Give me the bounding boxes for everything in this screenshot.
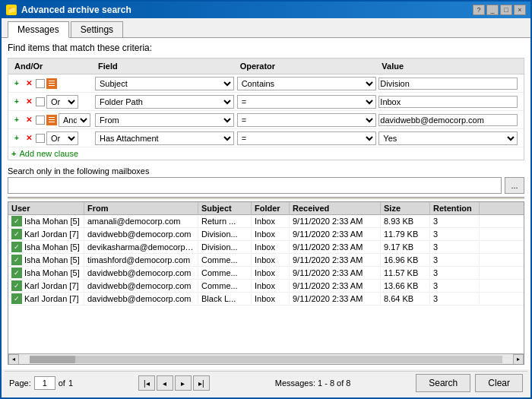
- result-from-cell: amanali@democorp.com: [84, 216, 198, 226]
- row-2-andor-select[interactable]: Or And: [46, 95, 78, 109]
- row-1-op-select[interactable]: Contains = !=: [237, 77, 376, 90]
- check-icon: ✓: [11, 242, 22, 252]
- horizontal-scrollbar[interactable]: ◂ ▸: [8, 353, 524, 364]
- result-folder-cell: Inbox: [252, 280, 290, 291]
- result-subject-cell: Return ...: [198, 216, 252, 226]
- table-row[interactable]: ✓ Isha Mohan [5] devikasharma@democorp.c…: [8, 241, 524, 254]
- table-row[interactable]: ✓ Karl Jordan [7] davidwebb@democorp.com…: [8, 293, 524, 306]
- row-3-op-select[interactable]: Contains = !=: [237, 113, 376, 127]
- row-1-value-cell: [378, 78, 521, 90]
- row-4-remove-btn[interactable]: ✕: [24, 133, 34, 144]
- row-1-controls: + ✕: [11, 78, 95, 89]
- row-3-remove-btn[interactable]: ✕: [24, 115, 34, 125]
- row-2-field-select[interactable]: Subject Folder Path From Has Attachment: [95, 95, 234, 109]
- tab-settings[interactable]: Settings: [71, 21, 123, 37]
- page-number-input[interactable]: [34, 376, 55, 390]
- row-3-checkbox[interactable]: [36, 116, 45, 125]
- header-andor: And/Or: [11, 60, 95, 72]
- tab-messages[interactable]: Messages: [8, 21, 69, 38]
- add-clause-row[interactable]: + Add new clause: [8, 147, 524, 160]
- row-3-field-select[interactable]: Subject Folder Path From Has Attachment: [95, 113, 234, 127]
- result-subject-cell: Comme...: [198, 255, 252, 265]
- row-3-bars-btn[interactable]: [46, 115, 57, 125]
- last-page-btn[interactable]: ▸|: [193, 375, 210, 391]
- row-1-value-input[interactable]: [378, 78, 518, 90]
- first-page-btn[interactable]: |◂: [138, 375, 155, 391]
- scroll-left-btn[interactable]: ◂: [8, 354, 19, 365]
- row-2-value-cell: [378, 96, 521, 108]
- result-retention-cell: 3: [430, 255, 480, 265]
- header-operator: Operator: [237, 60, 379, 72]
- mailboxes-label: Search only in the following mailboxes: [8, 166, 524, 176]
- check-icon: ✓: [11, 280, 22, 291]
- table-row[interactable]: ✓ Isha Mohan [5] davidwebb@democorp.com …: [8, 267, 524, 280]
- result-user: Isha Mohan [5]: [24, 255, 80, 264]
- row-4-andor-select[interactable]: And Or: [46, 131, 78, 145]
- table-row[interactable]: ✓ Karl Jordan [7] davidwebb@democorp.com…: [8, 228, 524, 241]
- row-2-value-input[interactable]: [378, 96, 518, 108]
- result-user: Karl Jordan [7]: [24, 230, 79, 239]
- scroll-right-btn[interactable]: ▸: [513, 354, 524, 365]
- result-folder-cell: Inbox: [252, 293, 290, 304]
- result-retention-cell: 3: [430, 229, 480, 239]
- result-received-cell: 9/11/2020 2:33 AM: [290, 280, 381, 291]
- row-2-checkbox[interactable]: [36, 97, 45, 106]
- result-user-cell: ✓ Karl Jordan [7]: [8, 293, 84, 305]
- row-3-andor-select[interactable]: And Or: [59, 113, 90, 127]
- result-user-cell: ✓ Karl Jordan [7]: [8, 280, 84, 292]
- row-1-field-cell: Subject Folder Path From Has Attachment: [95, 77, 237, 90]
- row-3-value-input[interactable]: [378, 114, 518, 126]
- of-label: of: [59, 378, 65, 388]
- mailboxes-browse-btn[interactable]: ...: [505, 177, 524, 194]
- result-size-cell: 9.17 KB: [381, 242, 430, 252]
- row-2-op-cell: Contains = !=: [237, 95, 379, 109]
- find-criteria-label: Find items that match these criteria:: [8, 43, 524, 53]
- prev-page-btn[interactable]: ◂: [157, 375, 173, 391]
- col-header-subject: Subject: [198, 202, 252, 214]
- window-title: Advanced archive search: [21, 5, 131, 15]
- help-button[interactable]: ?: [473, 5, 485, 15]
- maximize-button[interactable]: □: [500, 5, 512, 15]
- table-row[interactable]: ✓ Isha Mohan [5] amanali@democorp.com Re…: [8, 215, 524, 228]
- row-4-op-cell: Contains = !=: [237, 131, 379, 145]
- result-folder-cell: Inbox: [252, 255, 290, 265]
- result-size-cell: 11.57 KB: [381, 268, 430, 278]
- scrollbar-thumb[interactable]: [30, 356, 75, 363]
- result-size-cell: 16.96 KB: [381, 255, 430, 265]
- table-row[interactable]: ✓ Karl Jordan [7] davidwebb@democorp.com…: [8, 280, 524, 293]
- next-page-btn[interactable]: ▸: [175, 375, 192, 391]
- row-1-add-btn[interactable]: +: [11, 78, 22, 89]
- add-clause-plus-icon: +: [11, 149, 16, 158]
- row-1-field-select[interactable]: Subject Folder Path From Has Attachment: [95, 77, 234, 90]
- tab-content: Find items that match these criteria: An…: [2, 38, 530, 369]
- row-3-add-btn[interactable]: +: [11, 115, 22, 125]
- result-user-cell: ✓ Isha Mohan [5]: [8, 215, 84, 227]
- result-folder-cell: Inbox: [252, 268, 290, 278]
- result-user-cell: ✓ Karl Jordan [7]: [8, 228, 84, 240]
- row-1-checkbox[interactable]: [36, 79, 45, 88]
- clear-button[interactable]: Clear: [475, 374, 523, 392]
- row-2-add-btn[interactable]: +: [11, 97, 22, 107]
- row-2-op-select[interactable]: Contains = !=: [237, 95, 376, 109]
- result-received-cell: 9/11/2020 2:33 AM: [290, 229, 381, 239]
- mailboxes-input[interactable]: [8, 177, 502, 194]
- row-4-op-select[interactable]: Contains = !=: [237, 131, 376, 145]
- col-header-from: From: [84, 202, 198, 214]
- minimize-button[interactable]: _: [486, 5, 499, 15]
- row-4-add-btn[interactable]: +: [11, 133, 22, 144]
- result-from-cell: devikasharma@democorp.com: [84, 242, 198, 252]
- close-button[interactable]: ×: [514, 5, 526, 15]
- row-1-remove-btn[interactable]: ✕: [24, 78, 34, 89]
- window-icon: 📁: [6, 5, 17, 15]
- row-4-field-select[interactable]: Subject Folder Path From Has Attachment: [95, 131, 234, 145]
- row-4-value-select[interactable]: Yes No: [378, 131, 518, 145]
- search-button[interactable]: Search: [416, 374, 470, 392]
- result-received-cell: 9/11/2020 2:33 AM: [290, 255, 381, 265]
- row-2-remove-btn[interactable]: ✕: [24, 97, 34, 107]
- result-user: Karl Jordan [7]: [24, 294, 79, 303]
- table-row[interactable]: ✓ Isha Mohan [5] timashford@democorp.com…: [8, 254, 524, 267]
- result-size-cell: 13.66 KB: [381, 280, 430, 291]
- row-1-bars-btn[interactable]: [46, 78, 57, 89]
- results-section: User From Subject Folder Received Size R…: [8, 201, 524, 365]
- row-4-checkbox[interactable]: [36, 134, 45, 143]
